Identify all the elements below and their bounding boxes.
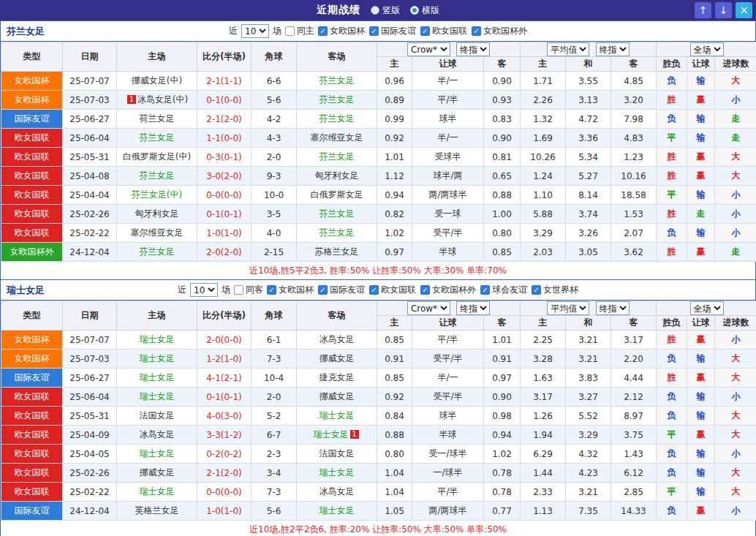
odds-period-select[interactable]: 终指 (456, 42, 490, 56)
radio-selected-icon (410, 6, 419, 15)
away-team[interactable]: 瑞士女足1 (297, 426, 377, 445)
home-team[interactable]: 瑞士女足 (117, 331, 197, 350)
home-team[interactable]: 1冰岛女足(中) (117, 91, 197, 110)
match-score[interactable]: 2-1(1-1) (197, 72, 252, 91)
away-team[interactable]: 苏格兰女足 (297, 243, 377, 262)
home-team[interactable]: 瑞士女足 (117, 483, 197, 502)
scroll-down-button[interactable]: ↓ (715, 2, 732, 18)
match-score[interactable]: 2-1(2-0) (197, 464, 252, 483)
home-team[interactable]: 冰岛女足 (117, 426, 197, 445)
away-team[interactable]: 白俄罗斯女足 (297, 186, 377, 205)
league-filter-checkbox[interactable]: ✓欧女国联 (420, 25, 467, 37)
avg-provider-select[interactable]: 平均值 (547, 42, 589, 56)
league-filter-checkbox[interactable]: ✓国际友谊 (318, 284, 365, 296)
match-score[interactable]: 2-0(0-0) (197, 331, 252, 350)
match-score[interactable]: 0-0(0-0) (197, 186, 252, 205)
match-score[interactable]: 0-3(0-1) (197, 148, 252, 167)
recent-count-select[interactable]: 10 (241, 24, 269, 38)
team-name-link[interactable]: 芬兰女足 (7, 25, 45, 38)
match-score[interactable]: 0-2(0-2) (197, 445, 252, 464)
col-header-handicap: 让球 (412, 316, 484, 331)
home-team[interactable]: 挪威女足 (117, 464, 197, 483)
home-team[interactable]: 法国女足 (117, 407, 197, 426)
away-team[interactable]: 挪威女足 (297, 350, 377, 369)
match-score[interactable]: 4-0(3-0) (197, 407, 252, 426)
match-score[interactable]: 1-1(0-0) (197, 129, 252, 148)
match-score[interactable]: 4-1(2-1) (197, 369, 252, 388)
match-score[interactable]: 0-1(0-1) (197, 205, 252, 224)
away-team[interactable]: 芬兰女足 (297, 91, 377, 110)
handicap-result: 赢 (687, 243, 715, 262)
away-team[interactable]: 冰岛女足 (297, 483, 377, 502)
away-team[interactable]: 芬兰女足 (297, 224, 377, 243)
home-team[interactable]: 匈牙利女足 (117, 205, 197, 224)
away-team[interactable]: 冰岛女足 (297, 331, 377, 350)
away-team[interactable]: 捷克女足 (297, 369, 377, 388)
col-header-odds-away: 客 (484, 316, 521, 331)
away-team[interactable]: 芬兰女足 (297, 72, 377, 91)
vertical-layout-radio[interactable]: 竖版 (371, 4, 400, 17)
match-score[interactable]: 2-1(2-0) (197, 110, 252, 129)
league-filter-checkbox[interactable]: ✓女欧国杯外 (420, 284, 476, 296)
close-button[interactable]: × (736, 2, 752, 18)
home-team[interactable]: 挪威女足(中) (117, 72, 197, 91)
handicap-result: 赢 (687, 331, 715, 350)
match-score[interactable]: 1-2(1-0) (197, 350, 252, 369)
match-score[interactable]: 1-0(1-0) (197, 224, 252, 243)
league-filter-checkbox[interactable]: ✓女欧国杯 (267, 284, 314, 296)
section-header: 芬兰女足 近 10 场 同主 ✓女欧国杯✓国际友谊✓欧女国联✓女欧国杯外 (1, 21, 755, 42)
match-score[interactable]: 2-0(2-0) (197, 243, 252, 262)
home-team[interactable]: 塞尔维亚女足 (117, 224, 197, 243)
scope-select[interactable]: 全场 (690, 301, 724, 315)
league-filter-checkbox[interactable]: ✓球会友谊 (480, 284, 527, 296)
league-filter-checkbox[interactable]: ✓女欧国杯 (318, 25, 365, 37)
match-score[interactable]: 3-3(1-2) (197, 426, 252, 445)
home-team[interactable]: 芬兰女足 (117, 167, 197, 186)
home-team[interactable]: 瑞士女足 (117, 350, 197, 369)
away-team[interactable]: 芬兰女足 (297, 110, 377, 129)
odds-provider-select[interactable]: Crow* (407, 42, 450, 56)
away-team[interactable]: 挪威女足 (297, 388, 377, 407)
match-score[interactable]: 0-1(0-0) (197, 91, 252, 110)
away-odds: 1.00 (484, 205, 521, 224)
home-team[interactable]: 英格兰女足 (117, 502, 197, 521)
recent-count-select[interactable]: 10 (190, 283, 218, 297)
avg-period-select[interactable]: 终指 (596, 42, 630, 56)
scope-select[interactable]: 全场 (690, 42, 724, 56)
avg-provider-select[interactable]: 平均值 (547, 301, 589, 315)
home-team[interactable]: 瑞士女足 (117, 369, 197, 388)
match-score[interactable]: 1-0(1-0) (197, 502, 252, 521)
league-filter-checkbox[interactable]: ✓国际友谊 (369, 25, 416, 37)
away-team[interactable]: 瑞士女足 (297, 407, 377, 426)
scroll-up-button[interactable]: ↑ (695, 2, 711, 18)
home-team[interactable]: 芬兰女足 (117, 129, 197, 148)
away-team[interactable]: 芬兰女足 (297, 148, 377, 167)
league-filter-checkbox[interactable]: ✓女世界杯 (532, 284, 578, 296)
away-team[interactable]: 法国女足 (297, 445, 377, 464)
home-team[interactable]: 瑞士女足 (117, 388, 197, 407)
odds-provider-select[interactable]: Crow* (407, 301, 450, 315)
away-team[interactable]: 塞尔维亚女足 (297, 129, 377, 148)
horizontal-layout-radio[interactable]: 横版 (410, 4, 439, 17)
same-venue-checkbox[interactable]: 同主 (285, 25, 314, 37)
home-team[interactable]: 荷兰女足 (117, 110, 197, 129)
home-team[interactable]: 芬兰女足 (117, 243, 197, 262)
same-venue-checkbox[interactable]: 同客 (234, 284, 263, 296)
home-team[interactable]: 芬兰女足(中) (117, 186, 197, 205)
home-team[interactable]: 瑞士女足 (117, 445, 197, 464)
odds-period-select[interactable]: 终指 (456, 301, 490, 315)
team-name-link[interactable]: 瑞士女足 (7, 284, 45, 297)
team-section-switzerland: 瑞士女足 近 10 场 同客 ✓女欧国杯✓国际友谊✓欧女国联✓女欧国杯外✓球会友… (0, 279, 756, 536)
league-filter-checkbox[interactable]: ✓欧女国联 (369, 284, 416, 296)
avg-period-select[interactable]: 终指 (596, 301, 630, 315)
match-score[interactable]: 3-0(2-0) (197, 167, 252, 186)
match-score[interactable]: 0-1(0-1) (197, 388, 252, 407)
home-team[interactable]: 白俄罗斯女足(中) (117, 148, 197, 167)
away-team[interactable]: 芬兰女足 (297, 205, 377, 224)
league-filter-checkbox[interactable]: ✓女欧国杯外 (472, 25, 527, 37)
away-team[interactable]: 瑞士女足 (297, 502, 377, 521)
match-score[interactable]: 0-0(0-0) (197, 483, 252, 502)
league-filter-label: 国际友谊 (381, 25, 416, 37)
away-team[interactable]: 匈牙利女足 (297, 167, 377, 186)
away-team[interactable]: 瑞士女足 (297, 464, 377, 483)
